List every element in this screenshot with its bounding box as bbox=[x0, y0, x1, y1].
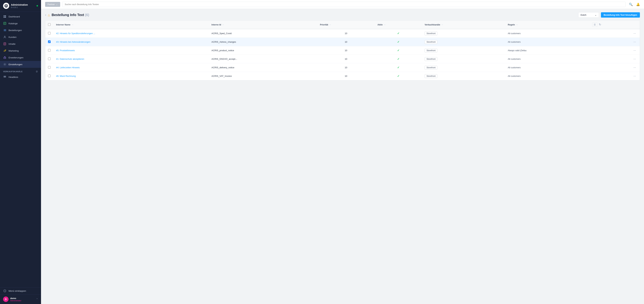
svg-rect-2 bbox=[4, 15, 4, 16]
row-name-link[interactable]: #4: Lieferzeiten Hinweis bbox=[56, 66, 80, 69]
col-header-active: Aktiv ··· bbox=[375, 20, 422, 29]
table-row: #6: Mwst Rechnung ACRIS_VAT_Invoice 10 ✓… bbox=[45, 72, 640, 80]
sidebar-item-einstellungen[interactable]: Einstellungen bbox=[0, 61, 41, 68]
sidebar-item-label: Kunden bbox=[8, 36, 16, 38]
language-value: Dutch bbox=[580, 14, 586, 16]
add-button[interactable]: Bestellung Info Text hinzufügen bbox=[601, 12, 640, 17]
sidebar-header: Administration 6.4.10.1 bbox=[0, 0, 41, 12]
column-settings-button[interactable]: ☰ bbox=[592, 22, 597, 27]
svg-point-7 bbox=[4, 36, 5, 37]
cell-channel: Storefront bbox=[422, 38, 505, 46]
svg-rect-4 bbox=[4, 17, 4, 18]
cell-name: #5: Produkthinweis bbox=[53, 46, 209, 55]
user-info: demo Administrator bbox=[10, 297, 21, 302]
sidebar-item-label: Dashboard bbox=[8, 15, 20, 18]
cell-internal-id: ACRIS_Adress_changes bbox=[209, 38, 317, 46]
row-checkbox[interactable] bbox=[48, 49, 50, 52]
back-button[interactable]: ‹ bbox=[45, 13, 46, 17]
sidebar-item-marketing[interactable]: Marketing bbox=[0, 47, 41, 54]
cell-rule: Always valid (Defau bbox=[505, 46, 590, 55]
row-actions-button[interactable]: ··· bbox=[632, 40, 637, 44]
table-row: #4: Lieferzeiten Hinweis ACRIS_delivery_… bbox=[45, 63, 640, 72]
rule-text: All customers bbox=[508, 75, 520, 77]
user-menu-chevron[interactable]: ⌃ bbox=[36, 298, 38, 301]
partner-button[interactable]: Partner ⌄ bbox=[45, 2, 60, 7]
partner-chevron-icon: ⌄ bbox=[56, 3, 58, 6]
cell-actions: ··· bbox=[590, 38, 640, 46]
language-select[interactable]: Dutch ⌄ bbox=[578, 12, 599, 17]
channel-badge: Storefront bbox=[424, 49, 437, 52]
table-row: #1: Datenschutz akzeptieren ACRIS_DSGVO_… bbox=[45, 55, 640, 63]
sidebar-item-headless[interactable]: Headless bbox=[0, 74, 41, 80]
active-check-icon: ✓ bbox=[397, 32, 400, 35]
language-chevron-icon: ⌄ bbox=[595, 14, 597, 16]
sidebar-footer: D demo Administrator ⌃ bbox=[0, 294, 41, 304]
cell-active: ✓ bbox=[375, 46, 422, 55]
col-header-priority: Priorität ··· bbox=[317, 20, 375, 29]
row-actions-button[interactable]: ··· bbox=[632, 57, 637, 61]
collapse-label: Menü einklappen bbox=[8, 290, 26, 292]
cell-name: #6: Mwst Rechnung bbox=[53, 72, 209, 80]
row-checkbox[interactable] bbox=[48, 66, 50, 69]
row-name-link[interactable]: #5: Produkthinweis bbox=[56, 49, 75, 52]
svg-point-9 bbox=[5, 50, 6, 50]
row-actions-button[interactable]: ··· bbox=[632, 48, 637, 53]
row-name-link[interactable]: #6: Mwst Rechnung bbox=[56, 75, 76, 77]
user-name: demo bbox=[10, 297, 21, 300]
rule-text: All customers bbox=[508, 58, 520, 60]
col-header-channels: Verkaufskanäle ··· bbox=[422, 20, 505, 29]
row-name-link[interactable]: #3: Hinweis bei Adressänderungen bbox=[56, 41, 90, 43]
cell-name: #3: Hinweis bei Adressänderungen bbox=[53, 38, 209, 46]
search-icon[interactable]: 🔍 bbox=[629, 2, 633, 6]
sidebar-item-label: Inhalte bbox=[8, 43, 16, 45]
row-name-link[interactable]: #2: Hinweis für Speditionslieferungen ..… bbox=[56, 32, 95, 35]
row-name-link[interactable]: #1: Datenschutz akzeptieren bbox=[56, 58, 84, 60]
page-header-left: ‹ △ Bestellung Info Text (6) bbox=[45, 13, 89, 17]
app-info: Administration 6.4.10.1 bbox=[11, 3, 28, 8]
cell-name: #1: Datenschutz akzeptieren bbox=[53, 55, 209, 63]
row-actions-button[interactable]: ··· bbox=[632, 74, 637, 78]
orders-icon bbox=[3, 28, 6, 32]
add-sales-channel-icon[interactable]: ② bbox=[36, 70, 38, 73]
sidebar-item-dashboard[interactable]: Dashboard bbox=[0, 13, 41, 20]
row-checkbox[interactable] bbox=[48, 40, 50, 43]
sidebar-item-inhalte[interactable]: Inhalte bbox=[0, 40, 41, 47]
sidebar-item-label: Bestellungen bbox=[8, 29, 22, 32]
cell-priority: 10 bbox=[317, 63, 375, 72]
cell-priority: 10 bbox=[317, 29, 375, 38]
cell-priority: 10 bbox=[317, 72, 375, 80]
sidebar-item-kunden[interactable]: Kunden bbox=[0, 34, 41, 40]
collapse-menu-item[interactable]: Menü einklappen bbox=[0, 287, 41, 294]
search-input[interactable] bbox=[62, 2, 626, 7]
cell-rule: All customers bbox=[505, 38, 590, 46]
app-version: 6.4.10.1 bbox=[11, 6, 28, 8]
cell-channel: Storefront bbox=[422, 72, 505, 80]
cell-channel: Storefront bbox=[422, 46, 505, 55]
channel-badge: Storefront bbox=[424, 66, 437, 69]
row-checkbox[interactable] bbox=[48, 32, 50, 34]
sidebar-item-label: Kataloge bbox=[8, 22, 18, 25]
marketing-icon bbox=[3, 49, 6, 52]
row-actions-button[interactable]: ··· bbox=[632, 31, 637, 35]
row-actions-button[interactable]: ··· bbox=[632, 65, 637, 70]
row-checkbox[interactable] bbox=[48, 57, 50, 60]
sidebar-item-kataloge[interactable]: Kataloge bbox=[0, 20, 41, 27]
warning-icon: △ bbox=[48, 13, 50, 16]
col-header-name: Interner Name ··· bbox=[53, 20, 209, 29]
sidebar-item-erweiterungen[interactable]: Erweiterungen bbox=[0, 54, 41, 61]
cell-actions: ··· bbox=[590, 29, 640, 38]
svg-rect-12 bbox=[4, 76, 6, 76]
user-role: Administrator bbox=[10, 300, 21, 302]
collapse-icon bbox=[3, 289, 6, 293]
cell-rule: All customers bbox=[505, 72, 590, 80]
refresh-button[interactable]: ↻ bbox=[599, 23, 601, 26]
active-check-icon: ✓ bbox=[397, 40, 400, 43]
select-all-checkbox[interactable] bbox=[48, 23, 50, 26]
notification-icon[interactable]: 🔔 bbox=[636, 2, 640, 6]
page-header-right: Dutch ⌄ Bestellung Info Text hinzufügen bbox=[578, 12, 640, 17]
table-row: #5: Produkthinweis ACRIS_product_notice … bbox=[45, 46, 640, 55]
row-checkbox[interactable] bbox=[48, 75, 50, 77]
sidebar-item-bestellungen[interactable]: Bestellungen bbox=[0, 27, 41, 34]
cell-name: #4: Lieferzeiten Hinweis bbox=[53, 63, 209, 72]
col-header-rules: Regeln ··· bbox=[505, 20, 590, 29]
